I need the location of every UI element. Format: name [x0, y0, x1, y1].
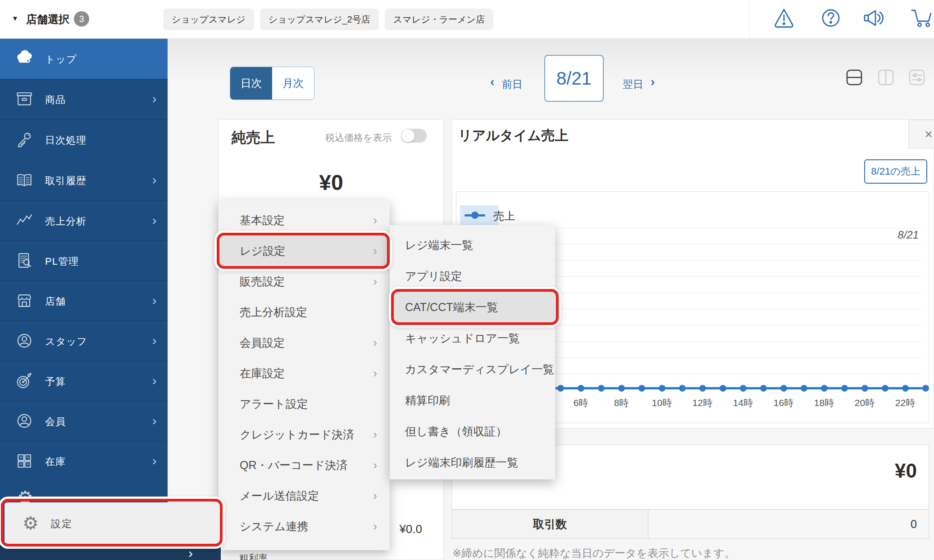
menu-item-mail-settings[interactable]: メール送信設定› [219, 480, 390, 511]
store-select-caret-icon[interactable]: ▼ [12, 14, 18, 22]
store-chip[interactable]: ショップスマレジ_2号店 [260, 9, 379, 30]
submenu-item-app-settings[interactable]: アプリ設定 [390, 261, 555, 292]
chevron-right-icon: › [373, 450, 377, 480]
next-day-chevron-icon[interactable]: › [651, 75, 655, 89]
transactions-label: 取引数 [452, 510, 648, 538]
target-icon [14, 371, 34, 391]
prev-day-button[interactable]: 前日 [502, 77, 523, 91]
tax-toggle[interactable] [401, 129, 427, 143]
chart-data-point [902, 385, 909, 392]
menu-item-sales-analysis-settings[interactable]: 売上分析設定 [219, 297, 390, 327]
submenu-item-settlement-print[interactable]: 精算印刷 [390, 385, 555, 416]
next-day-button[interactable]: 翌日 [623, 77, 643, 91]
toggle-knob [401, 129, 415, 142]
chevron-right-icon: › [373, 358, 377, 388]
sidebar-item-budget[interactable]: 予算 › [0, 361, 168, 401]
sidebar-footer: › [0, 546, 221, 560]
chevron-right-icon: › [373, 511, 377, 542]
x-axis-tick: 16時 [765, 397, 802, 409]
sidebar: トップ 商品 › 日次処理 取引履歴 › 売上分析 [0, 39, 168, 560]
submenu-item-cash-drawers[interactable]: キャッシュドロア一覧 [390, 323, 555, 354]
sidebar-item-pl-management[interactable]: PL管理 [0, 240, 168, 280]
inventory-icon [14, 451, 34, 471]
period-toggle: 日次 月次 [230, 67, 314, 100]
collapse-chevron-icon[interactable]: › [188, 546, 193, 560]
sidebar-item-inventory[interactable]: 在庫 › [0, 441, 168, 481]
submenu-item-register-terminals[interactable]: レジ端末一覧 [390, 230, 555, 261]
sidebar-item-members[interactable]: 会員 › [0, 401, 168, 441]
menu-item-register-settings[interactable]: レジ設定› [219, 235, 390, 266]
sidebar-item-settings[interactable]: ⚙ 設定 [5, 502, 219, 544]
sliders-icon[interactable] [909, 69, 925, 86]
gross-margin-value: ¥0.0 [399, 522, 422, 536]
book-icon [14, 170, 34, 190]
submenu-item-receipt-note[interactable]: 但し書き（領収証） [390, 416, 555, 447]
menu-item-system-integration[interactable]: システム連携› [219, 511, 390, 542]
cart-icon[interactable] [910, 6, 934, 30]
store-chip[interactable]: ショップスマレジ [163, 9, 254, 30]
prev-day-chevron-icon[interactable]: ‹ [490, 75, 494, 89]
transactions-row: 取引数 0 [452, 509, 929, 538]
menu-item-basic-settings[interactable]: 基本設定› [219, 205, 390, 235]
split-horizontal-icon[interactable] [846, 69, 862, 86]
chart-data-point [638, 385, 645, 392]
menu-item-qr-barcode-payment[interactable]: QR・バーコード決済› [219, 450, 390, 480]
legend-dot-marker [471, 212, 478, 219]
box-icon [14, 89, 34, 109]
store-chip[interactable]: スマレジ・ラーメン店 [385, 9, 493, 30]
store-select-label[interactable]: 店舗選択 [26, 12, 69, 27]
close-button[interactable]: × [908, 120, 934, 149]
chart-data-point [841, 385, 848, 392]
legend-label[interactable]: 売上 [493, 209, 515, 223]
x-axis-tick: 18時 [806, 397, 842, 409]
alert-icon[interactable] [772, 6, 796, 30]
store-chip-list: ショップスマレジ ショップスマレジ_2号店 スマレジ・ラーメン店 [163, 9, 493, 30]
help-icon[interactable] [819, 6, 843, 30]
chart-data-point [679, 385, 686, 392]
sidebar-item-label: 店舗 [45, 295, 66, 308]
sidebar-item-sales-analysis[interactable]: 売上分析 › [0, 200, 168, 240]
menu-item-member-settings[interactable]: 会員設定› [219, 327, 390, 358]
sidebar-item-transactions[interactable]: 取引履歴 › [0, 160, 168, 200]
x-axis-tick: 8時 [603, 397, 639, 409]
menu-item-sales-settings[interactable]: 販売設定› [219, 266, 390, 297]
store-count-badge: 3 [74, 11, 89, 27]
submenu-item-print-history[interactable]: レジ端末印刷履歴一覧 [390, 447, 555, 478]
report-icon [14, 251, 34, 271]
sidebar-item-label: 会員 [45, 415, 66, 429]
chart-data-point [557, 385, 564, 392]
tax-toggle-label: 税込価格を表示 [325, 131, 392, 144]
split-vertical-icon[interactable] [878, 69, 894, 86]
chevron-right-icon: › [152, 213, 156, 228]
sidebar-item-top[interactable]: トップ [0, 39, 168, 79]
gross-margin-label: 粗利率 [239, 552, 268, 560]
sidebar-item-label: 在庫 [45, 455, 66, 469]
sidebar-item-staff[interactable]: スタッフ › [0, 321, 168, 361]
sidebar-item-products[interactable]: 商品 › [0, 79, 168, 119]
submenu-item-cat-cct-terminals[interactable]: CAT/CCT端末一覧 [390, 292, 555, 323]
person-icon [14, 331, 34, 351]
chart-data-point [760, 385, 767, 392]
submenu-item-customer-displays[interactable]: カスタマーディスプレイ一覧 [390, 354, 555, 385]
sidebar-item-daily-processing[interactable]: 日次処理 [0, 119, 168, 159]
chevron-right-icon: › [152, 294, 156, 308]
menu-item-alert-settings[interactable]: アラート設定 [219, 388, 390, 419]
menu-item-inventory-settings[interactable]: 在庫設定› [219, 358, 390, 388]
sidebar-item-label: トップ [45, 53, 77, 66]
announcement-icon[interactable] [862, 6, 885, 30]
gear-icon: ⚙ [23, 512, 39, 534]
tab-monthly[interactable]: 月次 [272, 67, 314, 99]
sidebar-item-label: 商品 [45, 93, 66, 107]
chart-data-point [598, 385, 605, 392]
tab-daily[interactable]: 日次 [230, 67, 272, 99]
chevron-right-icon: › [152, 334, 156, 348]
day-sales-button[interactable]: 8/21の売上 [864, 159, 927, 184]
menu-item-credit-card-payment[interactable]: クレジットカード決済› [219, 419, 390, 450]
date-display[interactable]: 8/21 [544, 55, 604, 102]
chart-data-point [618, 385, 625, 392]
member-icon [14, 411, 34, 431]
sidebar-item-stores[interactable]: 店舗 › [0, 280, 168, 321]
x-axis-tick: 6時 [563, 397, 599, 409]
sidebar-item-label: 設定 [51, 517, 73, 531]
topbar: ▼ 店舗選択 3 ショップスマレジ ショップスマレジ_2号店 スマレジ・ラーメン… [0, 0, 934, 39]
